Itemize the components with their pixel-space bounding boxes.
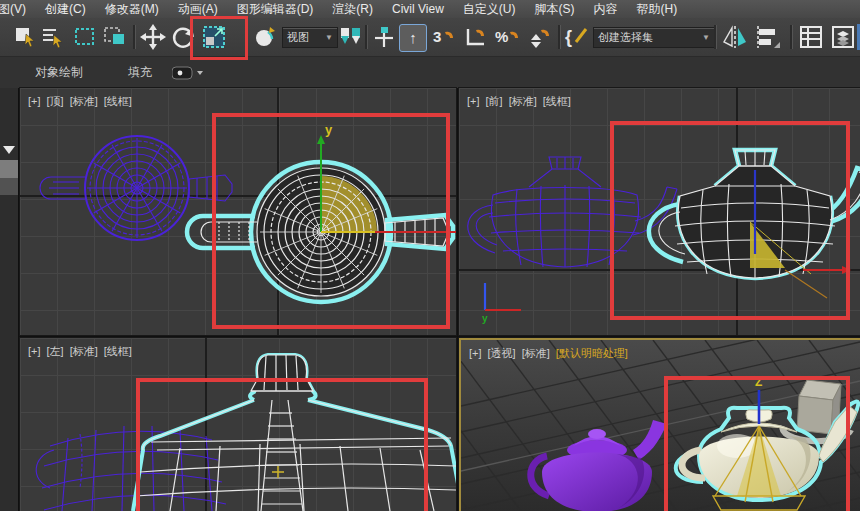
left-panel-strip — [0, 88, 18, 511]
menu-content[interactable]: 内容 — [593, 0, 617, 18]
manipulate-glyph — [252, 24, 278, 50]
mirror-icon[interactable] — [722, 24, 748, 50]
annotation-left-teapot-highlight — [136, 378, 428, 511]
reference-coordinate-system-dropdown[interactable]: 视图 ▼ — [282, 27, 338, 48]
axis-y-label: y — [482, 313, 488, 324]
annotation-top-teapot-highlight — [212, 113, 450, 329]
toolbar-divider — [714, 25, 717, 49]
select-object-glyph — [12, 24, 38, 50]
coord-system-value: 视图 — [287, 30, 309, 45]
pivot-center-glyph — [338, 24, 364, 50]
viewport-menu-pov[interactable]: [左] — [47, 345, 64, 357]
edit-named-selection-sets-icon[interactable]: { — [565, 24, 591, 50]
viewport-menu-standard[interactable]: [标准] — [522, 347, 550, 359]
align-glyph — [754, 24, 780, 50]
viewport-menu-shading[interactable]: [线框] — [104, 345, 132, 357]
window-crossing-icon[interactable] — [102, 24, 128, 50]
viewport-front-label: [+][前][标准][线框] — [467, 94, 577, 109]
window-crossing-glyph — [102, 24, 128, 50]
rectangular-selection-region-icon[interactable] — [72, 24, 98, 50]
viewport-menu-plus[interactable]: [+] — [28, 345, 41, 357]
select-object-icon[interactable] — [12, 24, 38, 50]
ribbon-bar: 对象绘制 填充 — [0, 57, 860, 89]
select-by-name-glyph — [40, 24, 66, 50]
angle-snap-icon[interactable] — [463, 24, 489, 50]
magnet-icon — [495, 24, 521, 50]
menu-customize[interactable]: 自定义(U) — [463, 0, 516, 18]
use-pivot-point-center-icon[interactable] — [338, 24, 364, 50]
toolbar-divider — [558, 25, 561, 49]
toolbar-divider — [365, 25, 368, 49]
named-selection-set-dropdown[interactable]: 创建选择集 ▼ — [593, 27, 715, 48]
scene-explorer-glyph — [830, 24, 856, 50]
align-icon[interactable] — [754, 24, 780, 50]
menu-rendering[interactable]: 渲染(R) — [332, 0, 373, 18]
rect-region-glyph — [72, 24, 98, 50]
menu-view[interactable]: 视图(V) — [0, 0, 26, 18]
panel-band — [0, 160, 18, 178]
menu-bar: 视图(V) 创建(C) 修改器(M) 动画(A) 图形编辑器(D) 渲染(R) … — [0, 0, 860, 18]
select-and-move-icon[interactable] — [140, 24, 166, 50]
populate-flyout-icon[interactable] — [172, 66, 206, 84]
panel-band — [0, 178, 18, 195]
angle-snap-glyph — [463, 24, 489, 50]
spinner-snap-glyph — [527, 24, 553, 50]
menu-create[interactable]: 创建(C) — [45, 0, 86, 18]
viewport-menu-shading[interactable]: [线框] — [104, 95, 132, 107]
chevron-down-icon[interactable] — [3, 146, 15, 154]
select-and-manipulate-icon[interactable] — [252, 24, 278, 50]
viewport-top-label: [+][顶][标准][线框] — [28, 94, 138, 109]
3dsmax-window: 视图(V) 创建(C) 修改器(M) 动画(A) 图形编辑器(D) 渲染(R) … — [0, 0, 860, 511]
viewport-menu-plus[interactable]: [+] — [469, 347, 482, 359]
pencil-icon — [565, 24, 591, 50]
magnet-icon — [431, 24, 457, 50]
tab-object-paint[interactable]: 对象绘制 — [35, 64, 83, 81]
annotation-perspective-teapot-highlight — [664, 376, 850, 511]
move-glyph — [140, 24, 166, 50]
snaps-toggle-icon[interactable] — [371, 24, 397, 50]
viewport-menu-pov[interactable]: [透视] — [488, 347, 516, 359]
selection-set-value: 创建选择集 — [598, 30, 653, 45]
viewport-menu-standard[interactable]: [标准] — [509, 95, 537, 107]
menu-scripting[interactable]: 脚本(S) — [534, 0, 574, 18]
percent-snap-icon[interactable]: % — [495, 24, 521, 50]
keyboard-override-glyph: ↑ — [400, 25, 426, 51]
viewport-menu-shading[interactable]: [默认明暗处理] — [556, 347, 628, 359]
annotation-scale-tool-highlight — [190, 16, 248, 60]
viewport-menu-shading[interactable]: [线框] — [543, 95, 571, 107]
chevron-down-icon: ▼ — [702, 33, 710, 42]
main-toolbar: 视图 ▼ ↑ 3 % { 创建 — [0, 18, 860, 57]
snaps-toggle-glyph — [371, 24, 397, 50]
menu-modifiers[interactable]: 修改器(M) — [105, 0, 159, 18]
menu-civil-view[interactable]: Civil View — [392, 0, 444, 18]
viewport-menu-standard[interactable]: [标准] — [70, 345, 98, 357]
chevron-down-icon: ▼ — [325, 33, 333, 42]
snap-toggle-3d-icon[interactable]: 3 — [431, 24, 457, 50]
keyboard-shortcut-override-toggle[interactable]: ↑ — [399, 24, 427, 52]
viewport-menu-plus[interactable]: [+] — [467, 95, 480, 107]
viewport-menu-standard[interactable]: [标准] — [70, 95, 98, 107]
toolbar-divider — [790, 25, 793, 49]
layer-manager-glyph — [798, 24, 824, 50]
menu-help[interactable]: 帮助(H) — [636, 0, 677, 18]
viewport-perspective-label: [+][透视][标准][默认明暗处理] — [469, 346, 634, 361]
mirror-glyph — [722, 24, 748, 50]
annotation-front-teapot-highlight — [610, 121, 850, 320]
select-by-name-icon[interactable] — [40, 24, 66, 50]
viewport-menu-pov[interactable]: [顶] — [47, 95, 64, 107]
layer-manager-icon[interactable] — [798, 24, 824, 50]
toolbar-divider — [133, 25, 136, 49]
viewport-menu-plus[interactable]: [+] — [28, 95, 41, 107]
tab-populate[interactable]: 填充 — [128, 64, 152, 81]
viewport-left-label: [+][左][标准][线框] — [28, 344, 138, 359]
scene-explorer-icon[interactable] — [830, 24, 856, 50]
populate-flyout-glyph — [172, 66, 206, 80]
menu-graph-editors[interactable]: 图形编辑器(D) — [237, 0, 314, 18]
spinner-snap-icon[interactable] — [527, 24, 553, 50]
viewport-menu-pov[interactable]: [前] — [486, 95, 503, 107]
